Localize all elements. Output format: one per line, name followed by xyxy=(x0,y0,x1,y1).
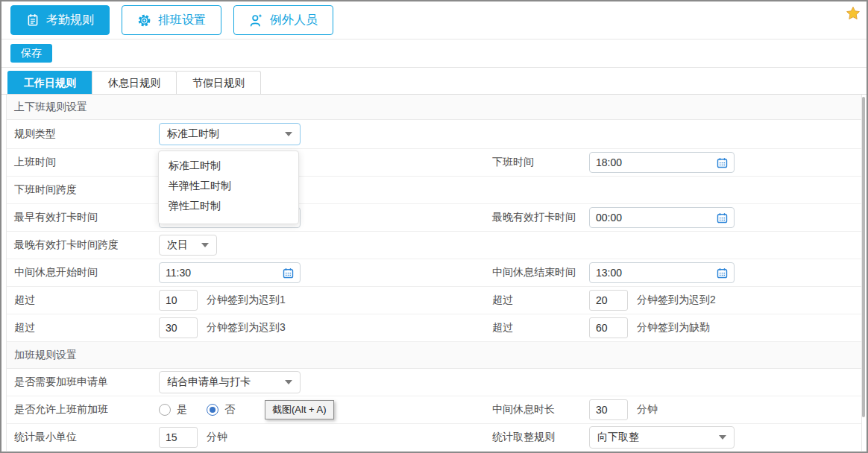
field-label: 最早有效打卡时间 xyxy=(14,211,159,224)
chevron-down-icon xyxy=(285,380,292,384)
field-label: 中间休息结束时间 xyxy=(492,266,589,279)
section-header-overtime-rules: 加班规则设置 xyxy=(7,342,861,369)
late1-minutes-input[interactable] xyxy=(159,290,198,311)
radio-label: 否 xyxy=(224,403,235,416)
person-icon xyxy=(249,13,263,28)
field-suffix: 分钟签到为缺勤 xyxy=(637,321,710,335)
dropdown-option-flexible[interactable]: 弹性工时制 xyxy=(159,196,298,216)
field-label: 最晚有效打卡时间跨度 xyxy=(14,238,159,252)
calendar-icon[interactable] xyxy=(283,267,294,279)
work-end-time-input[interactable]: 18:00 xyxy=(589,152,735,173)
action-bar: 保存 xyxy=(1,39,867,68)
field-label: 上班时间 xyxy=(14,156,159,169)
section-header-shift-rules: 上下班规则设置 xyxy=(7,95,861,120)
rule-type-selected-value: 标准工时制 xyxy=(167,127,219,141)
radio-option-no[interactable]: 否 xyxy=(207,403,235,416)
latest-checkin-time-input[interactable]: 00:00 xyxy=(589,207,735,228)
rule-type-dropdown-panel: 标准工时制 半弹性工时制 弹性工时制 xyxy=(158,151,299,224)
min-unit-input[interactable] xyxy=(159,427,198,448)
field-label: 中间休息开始时间 xyxy=(14,266,159,279)
row-rule-type: 规则类型 标准工时制 xyxy=(7,120,861,149)
radio-option-yes[interactable]: 是 xyxy=(159,403,187,416)
dropdown-option-standard[interactable]: 标准工时制 xyxy=(159,156,298,176)
workday-rules-form: 上下班规则设置 规则类型 标准工时制 上班时间 下班时间 18:00 xyxy=(6,95,862,451)
time-value: 11:30 xyxy=(166,267,191,279)
chevron-down-icon xyxy=(719,435,726,440)
screenshot-hotkey-tooltip: 截图(Alt + A) xyxy=(265,400,334,419)
calendar-icon[interactable] xyxy=(717,267,728,279)
break-start-time-input[interactable]: 11:30 xyxy=(159,262,301,283)
field-label: 下班时间跨度 xyxy=(14,183,159,197)
top-toolbar: 考勤规则 排班设置 例外人员 xyxy=(1,1,867,39)
time-value: 13:00 xyxy=(596,267,622,279)
tab-workday-rules[interactable]: 工作日规则 xyxy=(7,71,92,94)
late3-minutes-input[interactable] xyxy=(159,317,198,338)
chevron-down-icon xyxy=(201,243,209,247)
favorite-star-icon[interactable] xyxy=(846,6,861,21)
rounding-rule-select[interactable]: 向下取整 xyxy=(589,426,735,449)
rounding-rule-value: 向下取整 xyxy=(597,431,639,444)
row-latest-checkin-span: 最晚有效打卡时间跨度 次日 xyxy=(7,232,861,259)
break-duration-input[interactable] xyxy=(589,399,628,420)
nav-button-label: 考勤规则 xyxy=(46,13,94,28)
chevron-down-icon xyxy=(285,132,292,136)
break-end-time-input[interactable]: 13:00 xyxy=(589,262,735,283)
row-valid-checkin-time: 最早有效打卡时间 00:00 最晚有效打卡时间 xyxy=(7,204,861,232)
row-work-time: 上班时间 下班时间 18:00 xyxy=(7,149,861,177)
time-value: 00:00 xyxy=(596,212,622,224)
field-label: 统计取整规则 xyxy=(492,431,589,444)
late2-minutes-input[interactable] xyxy=(589,290,628,311)
field-label: 超过 xyxy=(492,321,589,335)
row-work-end-span: 下班时间跨度 xyxy=(7,177,861,204)
row-overtime-form: 是否需要加班申请单 结合申请单与打卡 xyxy=(7,369,861,396)
app-window: 考勤规则 排班设置 例外人员 xyxy=(0,0,868,453)
row-statistics: 统计最小单位 分钟 统计取整规则 向下取整 xyxy=(7,424,861,451)
row-pre-work-overtime: 是否允许上班前加班 是 否 截图(Alt + A) 中间休息时长 分钟 xyxy=(7,396,861,424)
time-value: 18:00 xyxy=(596,156,622,168)
latest-checkin-span-value: 次日 xyxy=(167,238,188,252)
nav-schedule-settings-button[interactable]: 排班设置 xyxy=(122,5,221,35)
field-suffix: 分钟签到为迟到3 xyxy=(207,321,286,335)
row-late-3-absent: 超过 分钟签到为迟到3 超过 分钟签到为缺勤 xyxy=(7,314,861,342)
field-suffix: 分钟签到为迟到2 xyxy=(637,294,716,307)
row-late-1-2: 超过 分钟签到为迟到1 超过 分钟签到为迟到2 xyxy=(7,287,861,314)
field-suffix: 分钟签到为迟到1 xyxy=(207,294,286,307)
rule-tabs: 工作日规则 休息日规则 节假日规则 xyxy=(1,68,867,95)
nav-exception-people-button[interactable]: 例外人员 xyxy=(233,5,333,35)
tab-restday-rules[interactable]: 休息日规则 xyxy=(92,71,177,94)
field-label: 中间休息时长 xyxy=(492,403,589,416)
radio-icon[interactable] xyxy=(159,404,171,416)
field-label: 超过 xyxy=(492,294,589,307)
field-label: 是否需要加班申请单 xyxy=(14,376,159,389)
field-label: 超过 xyxy=(14,321,159,335)
field-label: 超过 xyxy=(14,294,159,307)
overtime-form-value: 结合申请单与打卡 xyxy=(167,376,251,389)
rule-type-select[interactable]: 标准工时制 xyxy=(159,123,301,145)
field-label: 是否允许上班前加班 xyxy=(14,403,159,416)
latest-checkin-span-select[interactable]: 次日 xyxy=(159,235,217,256)
calendar-icon[interactable] xyxy=(717,157,728,168)
nav-button-label: 例外人员 xyxy=(270,13,318,28)
field-label: 规则类型 xyxy=(14,127,159,141)
overtime-form-select[interactable]: 结合申请单与打卡 xyxy=(159,371,301,393)
row-break-time: 中间休息开始时间 11:30 中间休息结束时间 xyxy=(7,259,861,287)
save-button[interactable]: 保存 xyxy=(10,44,52,63)
clipboard-icon xyxy=(26,13,40,27)
field-label: 最晚有效打卡时间 xyxy=(492,211,589,224)
tab-holiday-rules[interactable]: 节假日规则 xyxy=(176,71,261,94)
field-suffix: 分钟 xyxy=(207,431,227,444)
field-label: 统计最小单位 xyxy=(14,431,159,444)
nav-attendance-rules-button[interactable]: 考勤规则 xyxy=(10,5,110,35)
field-suffix: 分钟 xyxy=(637,403,658,416)
nav-button-label: 排班设置 xyxy=(158,13,206,28)
dropdown-option-semi-flexible[interactable]: 半弹性工时制 xyxy=(159,176,298,196)
radio-icon-checked[interactable] xyxy=(207,404,218,416)
calendar-icon[interactable] xyxy=(717,212,728,224)
absent-minutes-input[interactable] xyxy=(589,317,628,338)
vertical-scrollbar-thumb[interactable] xyxy=(862,97,865,417)
field-label: 下班时间 xyxy=(492,156,589,169)
radio-label: 是 xyxy=(177,403,187,416)
gear-icon xyxy=(137,13,151,28)
